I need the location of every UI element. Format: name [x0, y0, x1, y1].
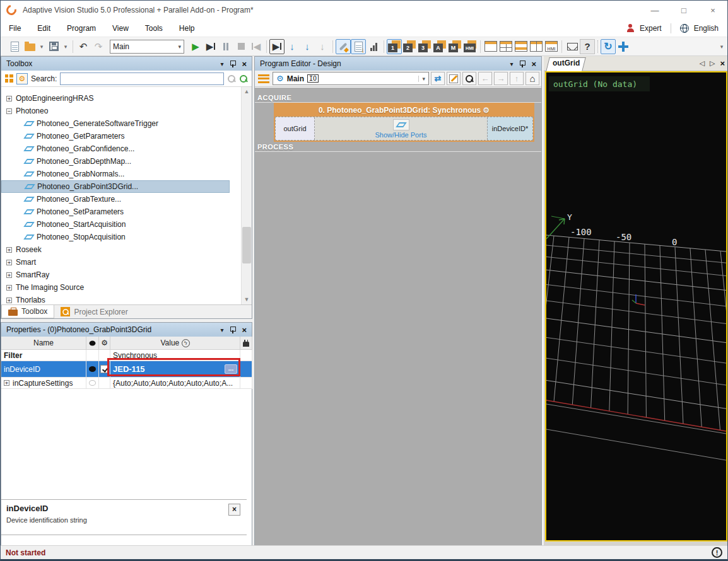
tree-group-photoneo[interactable]: −Photoneo [1, 105, 252, 117]
tools-wrench-toggle[interactable] [336, 39, 351, 54]
tree-item-grabconfidence[interactable]: Photoneo_GrabConfidence... [1, 142, 252, 155]
tree-group-theimagingsource[interactable]: +The Imaging Source [1, 281, 252, 294]
close-button[interactable]: × [698, 1, 727, 20]
combo-dropdown-arrow[interactable]: ▾ [418, 76, 425, 82]
pin-icon[interactable] [230, 60, 235, 67]
tab-toolbox[interactable]: Toolbox [1, 305, 54, 318]
tab-scroll-right-icon[interactable]: ▷ [710, 59, 715, 67]
previous-iteration-button[interactable]: ◀ [249, 39, 264, 54]
filter-settings-toggle[interactable]: ⚙ [16, 73, 28, 84]
section-main-button[interactable]: M [447, 39, 462, 54]
tree-group-thorlabs[interactable]: +Thorlabs [1, 294, 252, 304]
tree-item-grabtexture[interactable]: Photoneo_GrabTexture... [1, 193, 252, 205]
tree-item-grabpoint3dgrid-selected[interactable]: Photoneo_GrabPoint3DGrid... [1, 180, 230, 193]
column-header-settings[interactable]: ⚙ [99, 337, 110, 350]
column-header-name[interactable]: Name [1, 337, 86, 350]
panel-menu-arrow-icon[interactable]: ▾ [220, 327, 223, 333]
pan-view-button[interactable] [616, 39, 631, 54]
pin-icon[interactable] [519, 60, 525, 67]
scrollbar-thumb[interactable] [242, 227, 251, 263]
redo-button[interactable]: ↷ [91, 39, 106, 54]
pause-button[interactable] [218, 39, 233, 54]
advanced-search-icon[interactable] [239, 74, 248, 83]
undo-button[interactable]: ↶ [76, 39, 91, 54]
tree-group-optoengineering[interactable]: +OptoEngineeringHRAS [1, 92, 252, 105]
menu-view[interactable]: View [104, 24, 137, 33]
section-1-button[interactable]: 1 [387, 39, 402, 54]
panel-close-icon[interactable]: × [531, 59, 536, 69]
filter-block-grabpoint3dgrid[interactable]: 0. Photoneo_GrabPoint3DGrid: Synchronous… [274, 103, 534, 142]
help-button[interactable]: ? [580, 39, 595, 54]
prop-row-filter-name[interactable]: Filter [1, 350, 86, 361]
search-input[interactable] [60, 72, 224, 85]
menu-tools[interactable]: Tools [137, 24, 171, 33]
tree-group-clipped[interactable]: −NET SynView [1, 87, 252, 92]
navigate-back-button[interactable]: ← [478, 72, 492, 85]
iterate-button[interactable]: ▶ [203, 39, 218, 54]
menu-program[interactable]: Program [59, 24, 104, 33]
tree-item-getparameters[interactable]: Photoneo_GetParameters [1, 130, 252, 142]
language-button[interactable]: English [694, 24, 719, 33]
pin-icon[interactable] [230, 326, 235, 333]
expert-mode-button[interactable]: Expert [640, 24, 662, 33]
prop-row-indeviceid-value[interactable]: JED-115... [110, 361, 240, 378]
panel-menu-arrow-icon[interactable]: ▾ [220, 61, 223, 67]
prop-row-incapturesettings-eye[interactable] [86, 378, 99, 389]
tree-item-startacquisition[interactable]: Photoneo_StartAcquisition [1, 218, 252, 231]
tree-group-roseek[interactable]: +Roseek [1, 243, 252, 256]
open-dropdown-arrow[interactable]: ▾ [37, 39, 46, 54]
section-3-button[interactable]: 3 [417, 39, 432, 54]
tree-group-smart[interactable]: +Smart [1, 256, 252, 269]
layout-rows-button[interactable] [514, 39, 529, 54]
categories-icon[interactable] [5, 74, 13, 83]
prop-row-indeviceid-check[interactable] [99, 361, 110, 378]
column-header-connect[interactable] [240, 337, 252, 350]
save-button[interactable] [46, 39, 61, 54]
navigate-forward-button[interactable]: → [494, 72, 508, 85]
column-header-visibility[interactable] [86, 337, 99, 350]
tree-item-grabnormals[interactable]: Photoneo_GrabNormals... [1, 168, 252, 180]
section-2-button[interactable]: 2 [402, 39, 417, 54]
switch-instance-button[interactable]: ⇄ [431, 72, 445, 85]
section-hmi-button[interactable]: HMI [462, 39, 478, 54]
prop-row-indeviceid-eye[interactable] [86, 361, 99, 378]
tab-close-icon[interactable]: × [720, 59, 725, 68]
outgrid-3d-view[interactable]: outGrid (No data) Y -100 -50 0 [545, 71, 727, 541]
prop-row-filter-value[interactable]: Synchronous [110, 350, 240, 361]
tab-project-explorer[interactable]: Project Explorer [54, 305, 134, 318]
maximize-button[interactable]: □ [669, 1, 698, 20]
panel-menu-arrow-icon[interactable]: ▾ [510, 61, 513, 67]
panel-close-icon[interactable]: × [242, 59, 247, 69]
new-program-button[interactable] [7, 39, 22, 54]
layout-hmi-button[interactable]: HMI [544, 39, 559, 54]
ellipsis-button[interactable]: ... [225, 364, 237, 374]
home-button[interactable]: ⌂ [525, 72, 539, 85]
panel-close-icon[interactable]: × [242, 325, 247, 335]
program-outline-toggle[interactable]: ↓ [351, 39, 366, 54]
save-dropdown-arrow[interactable]: ▾ [61, 39, 70, 54]
macrofilter-list-button[interactable] [257, 71, 271, 86]
program-canvas[interactable]: ACQUIRE 0. Photoneo_GrabPoint3DGrid: Syn… [255, 88, 541, 547]
step-out-button[interactable]: ↓ [315, 39, 330, 54]
show-hide-ports[interactable]: Show/Hide Ports [315, 117, 487, 140]
program-selector-combo[interactable]: Main▾ [110, 40, 184, 54]
step-into-button[interactable]: ↓ [285, 39, 300, 54]
layout-quad-button[interactable] [498, 39, 514, 54]
find-button[interactable] [462, 72, 476, 85]
open-program-button[interactable] [22, 39, 37, 54]
filter-block-header[interactable]: 0. Photoneo_GrabPoint3DGrid: Synchronous… [275, 104, 533, 117]
expander-icon[interactable]: + [4, 380, 9, 386]
tree-group-smartray[interactable]: +SmartRay [1, 269, 252, 281]
step-over-button[interactable]: ↓ [300, 39, 315, 54]
prop-row-incapturesettings-name[interactable]: +inCaptureSettings [1, 378, 86, 389]
column-header-value[interactable]: Value ϟ [110, 337, 240, 350]
tree-item-stopacquisition[interactable]: Photoneo_StopAcquisition [1, 231, 252, 243]
tree-item-grabdepthmap[interactable]: Photoneo_GrabDepthMap... [1, 155, 252, 168]
edit-macrofilter-button[interactable] [447, 72, 461, 85]
run-button[interactable]: ▶ [188, 39, 203, 54]
menu-help[interactable]: Help [171, 24, 203, 33]
toolbar-overflow-button[interactable]: ▾ [719, 39, 727, 54]
clear-search-icon[interactable] [227, 74, 236, 83]
statistics-button[interactable] [366, 39, 381, 54]
indeviceid-port[interactable]: inDeviceID* [487, 117, 532, 140]
